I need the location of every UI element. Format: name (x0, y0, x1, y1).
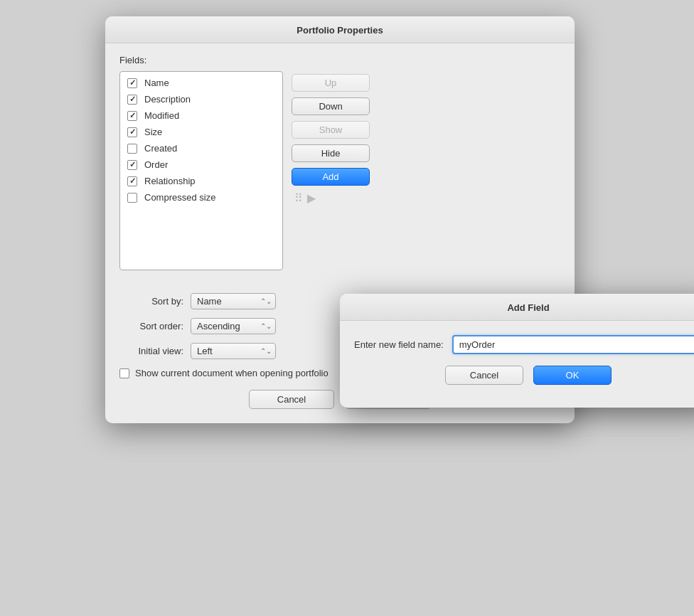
sort-order-label: Sort order: (119, 321, 183, 331)
field-checkbox-description[interactable] (127, 95, 137, 105)
fields-buttons-panel: Up Down Show Hide Add ⠿ ▶ (292, 71, 370, 270)
add-field-input[interactable] (452, 335, 694, 354)
initial-view-select[interactable]: Left Right Top (191, 343, 276, 359)
field-item-compressed-size[interactable]: Compressed size (120, 189, 282, 206)
sort-by-select-wrapper: Name (191, 293, 276, 309)
sort-order-select[interactable]: Ascending Descending (191, 318, 276, 334)
field-item-relationship[interactable]: Relationship (120, 173, 282, 189)
hide-button[interactable]: Hide (292, 144, 370, 162)
field-checkbox-modified[interactable] (127, 111, 137, 121)
field-name-description: Description (144, 94, 191, 105)
field-item-size[interactable]: Size (120, 124, 282, 140)
field-name-compressed-size: Compressed size (144, 192, 215, 203)
field-name-relationship: Relationship (144, 176, 196, 186)
add-field-input-label: Enter new field name: (354, 339, 444, 350)
show-button[interactable]: Show (292, 121, 370, 139)
field-name-size: Size (144, 127, 162, 137)
resize-handle: ⠿ ▶ (292, 191, 370, 205)
show-current-doc-checkbox[interactable] (119, 368, 129, 378)
field-checkbox-size[interactable] (127, 127, 137, 137)
portfolio-cancel-button[interactable]: Cancel (249, 390, 334, 409)
show-current-doc-label: Show current document when opening portf… (135, 368, 329, 378)
initial-view-select-wrapper: Left Right Top (191, 343, 276, 359)
fields-section: Name Description Modified Size (119, 71, 560, 270)
field-item-order[interactable]: Order (120, 156, 282, 173)
field-name-created: Created (144, 143, 177, 154)
add-field-ok-button[interactable]: OK (533, 366, 612, 385)
field-checkbox-created[interactable] (127, 144, 137, 154)
portfolio-dialog-title: Portfolio Properties (105, 16, 575, 43)
field-name-name: Name (144, 78, 169, 88)
add-field-input-row: Enter new field name: (354, 335, 694, 354)
field-checkbox-order[interactable] (127, 160, 137, 170)
add-button[interactable]: Add (292, 168, 370, 186)
add-field-dialog: Add Field Enter new field name: Cancel O… (340, 294, 694, 408)
add-field-title: Add Field (340, 294, 694, 321)
field-checkbox-compressed-size[interactable] (127, 193, 137, 203)
field-item-modified[interactable]: Modified (120, 107, 282, 124)
sort-by-label: Sort by: (119, 296, 183, 307)
field-name-order: Order (144, 159, 168, 170)
sort-order-select-wrapper: Ascending Descending (191, 318, 276, 334)
fields-label: Fields: (119, 55, 560, 65)
field-item-name[interactable]: Name (120, 75, 282, 91)
add-field-cancel-button[interactable]: Cancel (445, 366, 523, 385)
fields-list: Name Description Modified Size (119, 71, 283, 270)
field-item-description[interactable]: Description (120, 91, 282, 107)
initial-view-label: Initial view: (119, 346, 183, 356)
add-field-content: Enter new field name: Cancel OK (340, 321, 694, 393)
field-name-modified: Modified (144, 110, 179, 121)
field-checkbox-name[interactable] (127, 78, 137, 88)
sort-by-select[interactable]: Name (191, 293, 276, 309)
down-button[interactable]: Down (292, 97, 370, 115)
field-item-created[interactable]: Created (120, 140, 282, 156)
up-button[interactable]: Up (292, 74, 370, 92)
resize-dots-icon: ⠿ ▶ (294, 191, 316, 205)
field-checkbox-relationship[interactable] (127, 176, 137, 186)
add-field-footer: Cancel OK (354, 366, 694, 385)
